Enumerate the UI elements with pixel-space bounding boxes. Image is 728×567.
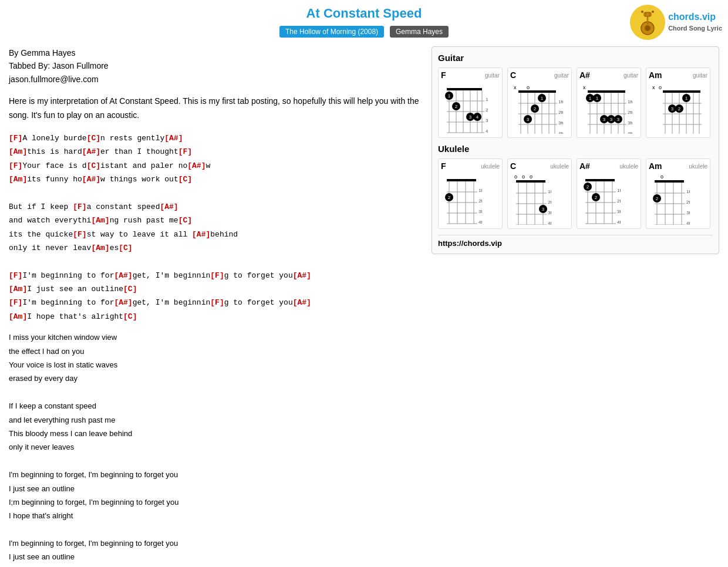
intro-text: Here is my interpretation of At Constant… xyxy=(9,96,419,120)
guitar-section-title: Guitar xyxy=(438,53,713,63)
plain-line-2: the effect I had on you xyxy=(9,345,420,358)
svg-text:1: 1 xyxy=(589,96,592,101)
svg-text:1fr: 1fr xyxy=(617,188,621,193)
meta-line1: By Gemma Hayes xyxy=(9,46,420,59)
asharp-guitar-fretboard: x 1fr xyxy=(579,81,632,134)
svg-text:1fr: 1fr xyxy=(628,99,632,104)
right-panel: Guitar F guitar xyxy=(432,46,719,567)
lyric-line-11: [F]I'm beginning to for[A#]get, I'm begi… xyxy=(9,296,420,309)
svg-text:3fr: 3fr xyxy=(548,210,551,215)
svg-text:3: 3 xyxy=(610,117,613,122)
svg-text:3: 3 xyxy=(603,117,606,122)
plain-line-1: I miss your kitchen window view xyxy=(9,330,420,344)
svg-point-1 xyxy=(645,25,651,31)
ukulele-section-title: Ukulele xyxy=(438,144,713,154)
svg-text:x: x xyxy=(583,85,586,90)
svg-text:4fr: 4fr xyxy=(548,221,551,225)
svg-text:3fr: 3fr xyxy=(686,210,690,215)
svg-text:1fr: 1fr xyxy=(548,189,551,194)
svg-rect-103 xyxy=(447,179,476,181)
svg-text:4fr: 4fr xyxy=(617,220,621,225)
chord-diagram-asharp-ukulele: A# ukulele xyxy=(577,158,641,229)
lyric-line-7: its the quicke[F]st way to leave it all … xyxy=(9,228,420,241)
lyric-line-6: and watch everythi[Am]ng rush past me[C] xyxy=(9,214,420,227)
svg-rect-8 xyxy=(447,88,482,90)
logo-text: chords.vip Chord Song Lyric xyxy=(668,11,722,33)
plain-line-3: Your voice is lost in static waves xyxy=(9,358,420,372)
svg-rect-33 xyxy=(518,90,556,93)
svg-text:2: 2 xyxy=(455,104,458,109)
chord-panel-url: https://chords.vip xyxy=(438,235,713,248)
svg-text:3: 3 xyxy=(542,207,545,212)
lyric-line-4: [Am]its funny ho[A#]w things work out[C] xyxy=(9,173,420,186)
svg-text:2fr: 2fr xyxy=(548,200,551,205)
guitar-logo-icon xyxy=(636,9,659,36)
svg-text:4fr: 4fr xyxy=(686,221,690,225)
svg-text:4fr: 4fr xyxy=(486,129,488,134)
svg-text:1: 1 xyxy=(541,96,544,101)
logo-area: chords.vip Chord Song Lyric xyxy=(630,5,722,40)
svg-text:2: 2 xyxy=(587,184,589,190)
plain-line-9: I'm beginning to forget, I'm beginning t… xyxy=(9,468,420,481)
svg-text:3: 3 xyxy=(469,114,472,120)
artist-tag[interactable]: Gemma Hayes xyxy=(390,26,449,38)
lyric-line-1: [F]A lonely burde[C]n rests gently[A#] xyxy=(9,131,420,145)
svg-text:1: 1 xyxy=(448,93,451,99)
content-area: By Gemma Hayes Tabbed By: Jason Fullmore… xyxy=(9,46,719,567)
f-ukulele-fretboard: 1fr 2fr 3fr 4fr 2 xyxy=(441,172,482,225)
svg-text:2fr: 2fr xyxy=(628,110,632,115)
svg-text:2: 2 xyxy=(595,195,598,200)
plain-line-7: This bloody mess I can leave behind xyxy=(9,427,420,440)
ukulele-chord-row: F ukulele xyxy=(438,158,713,229)
meta-block: By Gemma Hayes Tabbed By: Jason Fullmore… xyxy=(9,46,420,86)
page-title: At Constant Speed xyxy=(9,6,719,21)
meta-line2: Tabbed By: Jason Fullmore xyxy=(9,59,420,72)
svg-rect-154 xyxy=(655,180,684,183)
lyric-line-8: only it never leav[Am]es[C] xyxy=(9,241,420,255)
plain-line-12: I hope that's alright xyxy=(9,509,420,522)
svg-text:2: 2 xyxy=(448,195,451,200)
svg-text:o: o xyxy=(530,174,532,180)
svg-text:o: o xyxy=(659,85,662,90)
svg-text:3fr: 3fr xyxy=(478,209,482,214)
guitar-chord-row: F guitar xyxy=(438,68,713,138)
c-guitar-fretboard: x o xyxy=(510,81,563,134)
lyric-line-5: But if I keep [F]a constant speed[A#] xyxy=(9,200,420,214)
chord-diagram-asharp-guitar: A# guitar x xyxy=(577,68,641,138)
chord-diagram-f-guitar: F guitar xyxy=(438,68,503,138)
svg-text:2: 2 xyxy=(678,106,681,112)
plain-line-14: I just see an outline xyxy=(9,550,420,563)
album-tag[interactable]: The Hollow of Morning (2008) xyxy=(279,26,384,38)
svg-text:4fr: 4fr xyxy=(478,220,482,225)
svg-point-7 xyxy=(652,11,654,13)
svg-text:3fr: 3fr xyxy=(558,120,563,126)
chord-diagram-am-guitar: Am guitar x o xyxy=(646,68,710,138)
plain-line-11: I;m beginning to forget, I'm beginning t… xyxy=(9,495,420,509)
svg-text:3: 3 xyxy=(671,106,674,112)
lyric-line-12: [Am]I hope that's alright[C] xyxy=(9,310,420,323)
meta-line3: jason.fullmore@live.com xyxy=(9,73,420,86)
plain-lyrics-block: I miss your kitchen window view the effe… xyxy=(9,330,420,567)
c-ukulele-fretboard: o o o 1f xyxy=(510,172,551,225)
svg-text:1fr: 1fr xyxy=(558,99,563,104)
am-guitar-fretboard: x o xyxy=(649,81,702,134)
svg-text:2fr: 2fr xyxy=(686,200,690,205)
svg-rect-3 xyxy=(644,12,651,16)
plain-line-4: erased by every day xyxy=(9,372,420,385)
svg-text:1: 1 xyxy=(685,96,688,101)
lyric-line-2: [Am]this is hard[A#]er than I thought[F] xyxy=(9,145,420,158)
svg-text:3fr: 3fr xyxy=(617,209,621,214)
plain-line-6: and let everything rush past me xyxy=(9,413,420,427)
tags-row: The Hollow of Morning (2008) Gemma Hayes xyxy=(9,26,719,38)
svg-text:2fr: 2fr xyxy=(486,107,488,113)
svg-text:4fr: 4fr xyxy=(628,131,632,134)
svg-rect-55 xyxy=(588,90,625,93)
logo-circle xyxy=(630,5,665,40)
svg-text:2: 2 xyxy=(534,106,537,112)
svg-rect-82 xyxy=(663,90,700,93)
svg-text:3fr: 3fr xyxy=(628,120,632,126)
svg-text:o: o xyxy=(527,85,530,90)
svg-rect-136 xyxy=(585,179,615,181)
svg-text:2fr: 2fr xyxy=(558,110,563,115)
chord-panel: Guitar F guitar xyxy=(432,46,719,254)
